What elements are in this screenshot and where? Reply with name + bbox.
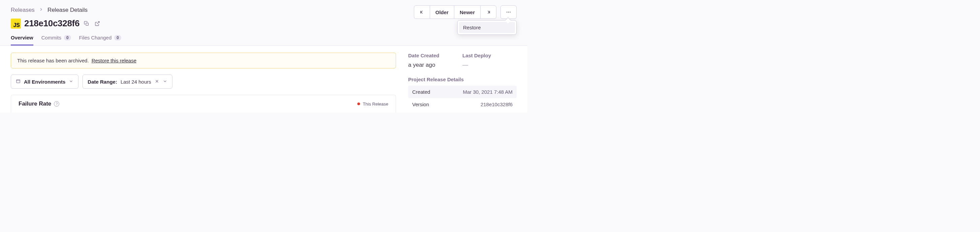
alert-message: This release has been archived. — [17, 58, 89, 63]
svg-point-5 — [508, 12, 509, 13]
archived-alert: This release has been archived. Restore … — [11, 53, 396, 69]
restore-action[interactable]: Restore — [459, 22, 515, 33]
release-version-title: 218e10c328f6 — [24, 18, 80, 29]
svg-point-6 — [510, 12, 511, 13]
external-link-icon[interactable] — [94, 20, 101, 27]
date-range-value: Last 24 hours — [121, 79, 151, 85]
chart-legend: This Release — [357, 101, 388, 107]
svg-line-1 — [97, 22, 99, 24]
legend-label: This Release — [363, 101, 388, 107]
detail-row-version: Version 218e10c328f6 — [408, 98, 517, 110]
commits-count-badge: 0 — [64, 35, 71, 40]
project-release-details-heading: Project Release Details — [408, 77, 517, 82]
tab-commits[interactable]: Commits 0 — [41, 35, 71, 45]
project-release-details-list: Created Mar 30, 2021 7:48 AM Version 218… — [408, 86, 517, 110]
help-icon[interactable]: ? — [54, 101, 59, 107]
filter-bar: All Environments Date Range: Last 24 hou… — [11, 75, 396, 89]
pagination-controls: Older Newer — [414, 5, 517, 19]
more-actions-dropdown: Restore — [457, 20, 517, 35]
more-actions-button[interactable] — [500, 5, 517, 19]
detail-key: Version — [412, 101, 429, 107]
detail-row-created: Created Mar 30, 2021 7:48 AM — [408, 86, 517, 98]
window-icon — [16, 79, 21, 85]
copy-icon[interactable] — [83, 20, 90, 27]
environment-filter[interactable]: All Environments — [11, 75, 78, 89]
environment-filter-label: All Environments — [24, 79, 65, 85]
detail-value: 218e10c328f6 — [480, 101, 512, 107]
tab-files-changed[interactable]: Files Changed 0 — [79, 35, 121, 45]
newer-button[interactable]: Newer — [454, 5, 480, 19]
oldest-button[interactable] — [414, 5, 430, 19]
files-changed-count-badge: 0 — [114, 35, 121, 40]
svg-rect-0 — [86, 23, 88, 25]
detail-value: Mar 30, 2021 7:48 AM — [463, 89, 512, 95]
failure-rate-panel: Failure Rate ? This Release — [11, 95, 396, 113]
chevron-down-icon — [69, 79, 73, 85]
breadcrumb-current: Release Details — [48, 7, 88, 13]
restore-release-link[interactable]: Restore this release — [92, 58, 137, 63]
last-deploy-value: — — [462, 62, 517, 69]
tab-label: Files Changed — [79, 35, 112, 40]
detail-key: Created — [412, 89, 430, 95]
date-range-filter[interactable]: Date Range: Last 24 hours — [83, 75, 172, 89]
clear-date-range-icon[interactable] — [154, 79, 159, 85]
last-deploy-heading: Last Deploy — [462, 53, 517, 58]
chevron-right-icon — [39, 7, 43, 13]
tab-label: Commits — [41, 35, 61, 40]
legend-dot-icon — [357, 102, 360, 105]
date-created-value: a year ago — [408, 62, 462, 69]
breadcrumb-parent[interactable]: Releases — [11, 7, 35, 13]
panel-title-text: Failure Rate — [19, 101, 51, 107]
tabs: Overview Commits 0 Files Changed 0 — [11, 35, 517, 45]
page-title-row: JS 218e10c328f6 — [11, 18, 517, 29]
chevron-down-icon — [163, 79, 167, 85]
svg-rect-7 — [16, 80, 20, 83]
tab-label: Overview — [11, 35, 33, 40]
release-sidebar: Date Created a year ago Last Deploy — Pr… — [403, 46, 527, 113]
newest-button[interactable] — [480, 5, 496, 19]
date-range-label: Date Range: — [88, 79, 117, 85]
date-created-heading: Date Created — [408, 53, 462, 58]
svg-point-4 — [506, 12, 507, 13]
older-button[interactable]: Older — [430, 5, 454, 19]
platform-badge: JS — [11, 19, 21, 29]
tab-overview[interactable]: Overview — [11, 35, 33, 45]
